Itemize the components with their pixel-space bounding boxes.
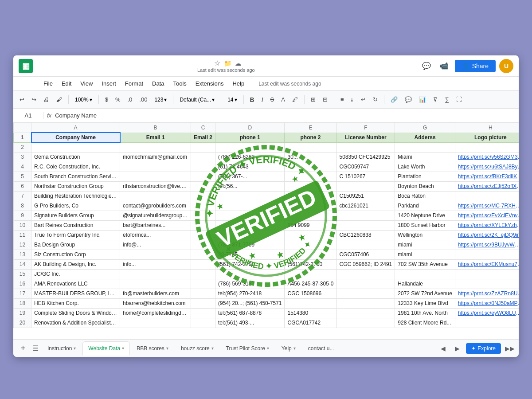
tab-website-data-chevron[interactable]: ▾ <box>122 346 124 351</box>
cell-r14-c1[interactable] <box>120 279 191 289</box>
cell-r15-c4[interactable]: CGC 1508696 <box>285 289 336 298</box>
merge-btn[interactable]: ⊟ <box>320 95 330 104</box>
col-header-e[interactable]: E <box>285 123 336 133</box>
cell-r4-c2[interactable] <box>191 181 215 191</box>
cell-r5-c3[interactable] <box>215 191 285 201</box>
cell-r6-c5[interactable]: cbc1261021 <box>336 201 395 211</box>
cell-r18-c1[interactable] <box>120 318 191 328</box>
formula-content[interactable]: Company Name <box>55 112 515 119</box>
tab-trust-pilot-chevron[interactable]: ▾ <box>267 346 269 351</box>
cell-r11-c2[interactable] <box>191 250 215 259</box>
tab-instruction-chevron[interactable]: ▾ <box>74 346 76 351</box>
cell-r4-c5[interactable] <box>336 181 395 191</box>
cell-d1[interactable]: phone 1 <box>215 133 285 142</box>
cell-r10-c1[interactable]: info@... <box>120 240 191 250</box>
cell-r8-c1[interactable]: bart@bartreines... <box>120 220 191 230</box>
cell-r18-c7[interactable] <box>455 318 519 328</box>
cell-r14-c4[interactable]: A456-245-87-305-0 <box>285 279 336 289</box>
menu-data[interactable]: Data <box>149 79 168 88</box>
menu-tools[interactable]: Tools <box>169 79 190 88</box>
menu-format[interactable]: Format <box>121 79 147 88</box>
cell-r8-c4[interactable]: 954 9099 <box>285 220 336 230</box>
cell-r17-c1[interactable]: home@completeslidingdoors.c... <box>120 308 191 318</box>
cell-r6-c6[interactable]: Parkland <box>395 201 455 211</box>
cell-r13-c5[interactable] <box>336 269 395 279</box>
rotate-btn[interactable]: ↻ <box>370 95 380 104</box>
cell-r14-c7[interactable] <box>455 279 519 289</box>
grid-area[interactable]: ✦ VERIFIED ✦ VERIFIED ✦ ★ ★ VERIFIED ✦ V… <box>13 123 519 339</box>
italic-btn[interactable]: I <box>259 95 266 105</box>
cell-r17-c7[interactable]: https://prnt.sc/eyWO8LUmbv <box>455 308 519 318</box>
star-icon[interactable]: ☆ <box>214 59 220 67</box>
cell-r3-c7[interactable]: https://prnt.sc/fBKrF3dlIKgC <box>455 172 519 181</box>
comment-btn[interactable]: 💬 <box>402 95 415 104</box>
cell-r11-c0[interactable]: Siz Construction Corp <box>31 250 120 259</box>
cell-r13-c0[interactable]: JC/GC Inc. <box>31 269 120 279</box>
cell-r17-c6[interactable]: 1981 10th Ave. North <box>395 308 455 318</box>
cell-r16-c6[interactable]: 12333 Key Lime Blvd <box>395 298 455 308</box>
cell-r9-c0[interactable]: True To Form Carpentry Inc. <box>31 230 120 240</box>
cell-g1[interactable]: Adderss <box>395 133 455 142</box>
cell-r11-c5[interactable]: CGC057406 <box>336 250 395 259</box>
cell-r4-c3[interactable]: tel:(56... <box>215 181 285 191</box>
cell-r9-c3[interactable] <box>215 230 285 240</box>
redo-btn[interactable]: ↪ <box>29 95 39 104</box>
cell-r12-c5[interactable]: CGC 059662; ID 2491 <box>336 259 395 269</box>
cell-r2-c0[interactable]: R.C. Cole Construction, Inc. <box>31 162 120 172</box>
cell-r2-c1[interactable] <box>120 162 191 172</box>
cell-a1[interactable]: Company Name <box>31 133 120 142</box>
tab-website-data[interactable]: Website Data ▾ <box>82 341 130 356</box>
cell-r5-c6[interactable]: Boca Raton <box>395 191 455 201</box>
col-header-g[interactable]: G <box>395 123 455 133</box>
cell-r9-c7[interactable]: https://prnt.sc/2K_ejDQ9in6 <box>455 230 519 240</box>
cell-r0-c0[interactable] <box>31 142 120 152</box>
menu-insert[interactable]: Insert <box>98 79 120 88</box>
highlight-btn[interactable]: 🖊 <box>289 95 301 104</box>
col-header-b[interactable]: B <box>120 123 191 133</box>
cell-r1-c6[interactable]: Miami <box>395 152 455 162</box>
cell-r9-c6[interactable]: Wellington <box>395 230 455 240</box>
cell-r13-c7[interactable] <box>455 269 519 279</box>
cell-r8-c6[interactable]: 1800 Sunset Harbor <box>395 220 455 230</box>
cell-r12-c6[interactable]: 702 SW 35th Avenue <box>395 259 455 269</box>
strikethrough-btn[interactable]: S <box>268 95 277 104</box>
cell-r14-c2[interactable] <box>191 279 215 289</box>
cell-r0-c5[interactable] <box>336 142 395 152</box>
cell-r2-c7[interactable]: https://prnt.sc/u6tSAJ8ByIry <box>455 162 519 172</box>
paint-format-btn[interactable]: 🖌 <box>54 95 65 104</box>
cell-r14-c6[interactable]: Hallandale <box>395 279 455 289</box>
cell-r15-c5[interactable] <box>336 289 395 298</box>
cell-r10-c0[interactable]: Ba Design Group <box>31 240 120 250</box>
align-btn[interactable]: ≡ <box>338 95 347 104</box>
cell-r7-c7[interactable]: https://prnt.sc/EvXclEVnvo9f <box>455 211 519 220</box>
cell-h1[interactable]: Logo picture <box>455 133 519 142</box>
cell-r0-c1[interactable] <box>120 142 191 152</box>
cell-r3-c2[interactable] <box>191 172 215 181</box>
cell-r10-c4[interactable] <box>285 240 336 250</box>
cell-b1[interactable]: Email 1 <box>120 133 191 142</box>
cell-r4-c0[interactable]: Northstar Construction Group <box>31 181 120 191</box>
cell-r4-c4[interactable] <box>285 181 336 191</box>
expand-btn[interactable]: ⛶ <box>454 95 465 104</box>
cell-r13-c1[interactable] <box>120 269 191 279</box>
more-formats-btn[interactable]: 123 ▾ <box>152 96 169 104</box>
cell-r6-c0[interactable]: G Pro Builders, Co <box>31 201 120 211</box>
cell-r7-c2[interactable] <box>191 211 215 220</box>
cell-r0-c2[interactable] <box>191 142 215 152</box>
cell-r5-c1[interactable] <box>120 191 191 201</box>
cell-r0-c4[interactable] <box>285 142 336 152</box>
cell-r2-c2[interactable] <box>191 162 215 172</box>
decimal1-btn[interactable]: .0 <box>125 95 135 104</box>
cell-r7-c5[interactable] <box>336 211 395 220</box>
cell-r7-c3[interactable] <box>215 211 285 220</box>
cell-r15-c3[interactable]: tel:(954) 270-2418 <box>215 289 285 298</box>
cell-r6-c3[interactable] <box>215 201 285 211</box>
col-header-d[interactable]: D <box>215 123 285 133</box>
tab-bbb-scores[interactable]: BBB scores ▾ <box>131 341 174 356</box>
cell-r18-c6[interactable]: 928 Client Moore Rd... <box>395 318 455 328</box>
tab-houzz-score[interactable]: houzz score ▾ <box>175 341 219 356</box>
cell-r10-c5[interactable] <box>336 240 395 250</box>
cell-r8-c2[interactable] <box>191 220 215 230</box>
cell-r4-c6[interactable]: Boynton Beach <box>395 181 455 191</box>
cell-r14-c5[interactable] <box>336 279 395 289</box>
